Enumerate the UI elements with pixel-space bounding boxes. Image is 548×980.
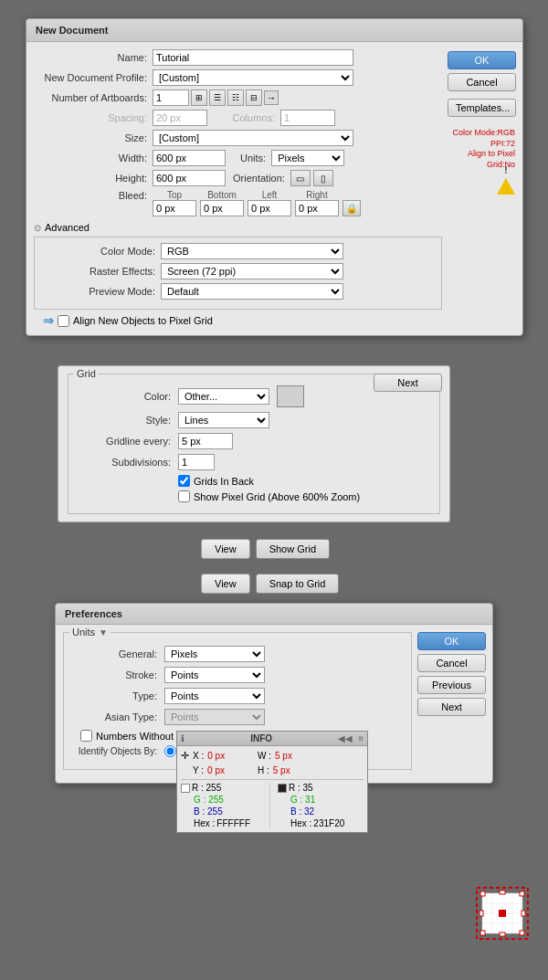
w-label: W : <box>258 751 271 761</box>
width-input[interactable] <box>153 150 226 166</box>
grids-in-back-label: Grids In Back <box>194 476 254 487</box>
bleed-top[interactable] <box>153 200 196 216</box>
warning-icon: ! <box>504 163 507 178</box>
new-document-dialog: New Document Name: New Document Profile:… <box>26 18 523 336</box>
color-mode-info: Color Mode:RGB <box>448 128 515 139</box>
advanced-toggle[interactable]: ⊙ Advanced <box>34 222 442 233</box>
align-checkbox[interactable] <box>58 315 69 327</box>
pixel-art-svg <box>475 886 530 941</box>
artboards-input[interactable] <box>153 90 189 106</box>
artboard-add-icon[interactable]: ⊟ <box>246 90 262 106</box>
artboard-col-icon[interactable]: ☷ <box>227 90 244 106</box>
landscape-btn[interactable]: ▯ <box>313 170 333 186</box>
bleed-left-label: Left <box>248 190 291 200</box>
grid-next-button[interactable]: Next <box>374 374 442 392</box>
bleed-left[interactable] <box>248 200 291 216</box>
preview-label: Preview Mode: <box>42 286 161 297</box>
h-label: H : <box>258 765 269 775</box>
view-snap-grid-button[interactable]: View <box>201 574 250 594</box>
svg-rect-15 <box>480 911 483 916</box>
show-grid-button[interactable]: Show Grid <box>256 539 330 559</box>
units-select[interactable]: Pixels <box>271 150 344 166</box>
profile-label: New Document Profile: <box>34 72 153 83</box>
identify-label: Identify Objects By: <box>73 746 164 756</box>
grids-in-back-checkbox[interactable] <box>178 475 190 487</box>
subdivisions-label: Subdivisions: <box>78 457 178 468</box>
snap-to-grid-button[interactable]: Snap to Grid <box>256 574 340 594</box>
preview-select[interactable]: Default <box>161 283 343 300</box>
raster-label: Raster Effects: <box>42 266 161 277</box>
subdivisions-input[interactable] <box>178 454 215 470</box>
bleed-bottom-label: Bottom <box>200 190 244 200</box>
w-value: 5 px <box>275 751 292 761</box>
bleed-top-label: Top <box>153 190 196 200</box>
type-select[interactable]: Points <box>164 688 265 704</box>
stroke-select[interactable]: Points <box>164 667 265 683</box>
info-menu-icon[interactable]: ≡ <box>358 733 364 743</box>
artboard-arrow-icon[interactable]: → <box>264 90 279 105</box>
right-color-swatch <box>278 784 287 793</box>
advanced-label: Advanced <box>45 222 90 233</box>
artboard-row-icon[interactable]: ☰ <box>209 90 226 106</box>
pixel-preview <box>475 886 530 943</box>
svg-rect-16 <box>522 911 525 916</box>
color-mode-label: Color Mode: <box>42 246 161 257</box>
prefs-cancel-button[interactable]: Cancel <box>417 654 486 672</box>
ok-button[interactable]: OK <box>448 51 516 69</box>
info-panel: ℹ INFO ◀◀ ≡ ✛ X : 0 px W : 5 px ✛ Y : 0 … <box>176 731 368 833</box>
grid-color-select[interactable]: Other... <box>178 388 269 405</box>
right-hex: 231F20 <box>313 818 344 828</box>
right-hex-label: Hex : <box>290 818 311 828</box>
cancel-button[interactable]: Cancel <box>448 73 516 91</box>
view-show-grid-button[interactable]: View <box>201 539 250 559</box>
name-input[interactable] <box>153 49 353 66</box>
portrait-btn[interactable]: ▭ <box>290 170 311 186</box>
align-arrow-icon: ⇒ <box>43 313 54 328</box>
y-label: Y : <box>193 765 204 775</box>
style-label: Style: <box>78 415 178 426</box>
svg-rect-13 <box>500 890 505 894</box>
prefs-next-button[interactable]: Next <box>417 698 486 716</box>
prefs-previous-button[interactable]: Previous <box>417 676 486 694</box>
numbers-checkbox[interactable] <box>80 730 92 742</box>
info-icon: ℹ <box>181 733 184 743</box>
bleed-right[interactable] <box>295 200 339 216</box>
profile-select[interactable]: [Custom] <box>153 69 353 86</box>
preferences-titlebar: Preferences <box>56 604 492 625</box>
crosshair-icon: ✛ <box>181 750 189 762</box>
show-pixel-grid-checkbox[interactable] <box>178 490 190 502</box>
info-collapse-btn[interactable]: ◀◀ <box>338 733 353 743</box>
color-mode-select[interactable]: RGB <box>161 243 343 259</box>
show-pixel-grid-row: Show Pixel Grid (Above 600% Zoom) <box>178 490 430 502</box>
right-r: R : 35 <box>289 783 313 793</box>
units-group-label: Units <box>72 627 95 638</box>
artboards-label: Number of Artboards: <box>34 92 153 103</box>
units-dropdown-icon: ▼ <box>99 627 108 638</box>
raster-select[interactable]: Screen (72 ppi) <box>161 263 343 279</box>
columns-input[interactable] <box>280 110 335 126</box>
bleed-lock-icon[interactable]: 🔒 <box>342 200 361 216</box>
asian-select[interactable]: Points <box>164 709 265 725</box>
spacing-input[interactable] <box>153 110 207 126</box>
height-label: Height: <box>34 173 153 184</box>
general-select[interactable]: Pixels <box>164 646 265 662</box>
gridline-input[interactable] <box>178 433 233 449</box>
svg-rect-8 <box>499 910 506 917</box>
left-color-swatch <box>181 784 190 793</box>
artboard-grid-icon[interactable]: ⊞ <box>191 90 207 106</box>
grid-section: Grid Color: Other... Style: Lines Gridli… <box>58 365 450 522</box>
object-name-radio[interactable] <box>164 745 176 757</box>
color-grid-label: Color: <box>78 391 178 402</box>
bleed-bottom[interactable] <box>200 200 244 216</box>
size-label: Size: <box>34 132 153 143</box>
y-value: 0 px <box>207 765 225 775</box>
new-document-titlebar: New Document <box>26 19 522 42</box>
gridline-label: Gridline every: <box>78 436 178 447</box>
prefs-ok-button[interactable]: OK <box>417 632 486 650</box>
grid-style-select[interactable]: Lines <box>178 412 269 428</box>
templates-button[interactable]: Templates... <box>448 99 516 117</box>
snap-grid-row: View Snap to Grid <box>201 574 339 594</box>
svg-rect-12 <box>520 931 524 935</box>
height-input[interactable] <box>153 170 226 186</box>
size-select[interactable]: [Custom] <box>153 130 353 146</box>
